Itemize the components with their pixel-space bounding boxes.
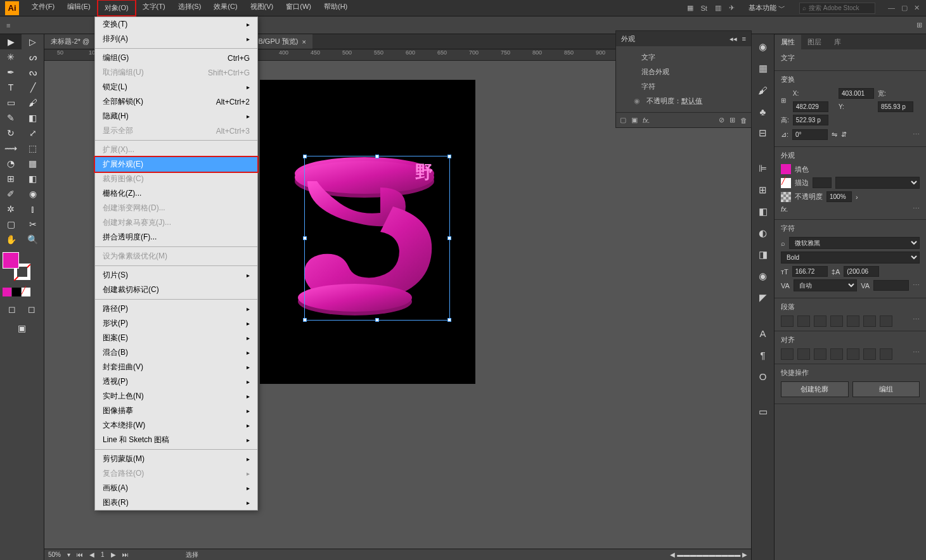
align-right-icon[interactable] <box>814 315 826 327</box>
blend-tool[interactable]: ◉ <box>22 186 44 201</box>
menu-item-变换t[interactable]: 变换(T)▸ <box>95 17 257 32</box>
kerning-select[interactable]: 自动 <box>794 279 857 291</box>
reference-point-icon[interactable]: ⊞ <box>781 97 789 104</box>
create-outlines-button[interactable]: 创建轮廓 <box>781 381 849 397</box>
opacity-input[interactable] <box>826 191 852 202</box>
menu-item-line 和 sketch 图稿[interactable]: Line 和 Sketch 图稿▸ <box>95 433 257 447</box>
font-size-input[interactable] <box>792 266 828 277</box>
column-graph-tool[interactable]: ⫿ <box>22 201 44 217</box>
opentype-icon[interactable]: O <box>757 370 769 383</box>
y-input[interactable] <box>878 101 913 112</box>
height-input[interactable] <box>793 115 828 125</box>
eraser-tool[interactable]: ◧ <box>22 110 44 125</box>
bridge-icon[interactable]: ▦ <box>687 4 693 12</box>
menu-item-图像描摹[interactable]: 图像描摹▸ <box>95 404 257 418</box>
menu-item-扩展外观e[interactable]: 扩展外观(E) <box>94 156 259 173</box>
angle-input[interactable] <box>792 129 828 140</box>
flip-v-icon[interactable]: ⇵ <box>841 130 847 139</box>
x-input[interactable] <box>839 88 874 99</box>
lasso-tool[interactable]: ᔕ <box>22 49 44 65</box>
menu-编辑[interactable]: 编辑(E) <box>61 0 97 16</box>
menu-item-形状p[interactable]: 形状(P)▸ <box>95 316 257 331</box>
gpu-icon[interactable]: ✈ <box>729 4 735 12</box>
stroke-color-swatch[interactable]: ╱ <box>781 178 791 188</box>
align-h-left-icon[interactable] <box>781 348 794 360</box>
magic-wand-tool[interactable]: ✳ <box>0 49 22 65</box>
font-family-select[interactable]: 微软雅黑 <box>789 237 920 249</box>
new-stroke-icon[interactable]: ▣ <box>631 116 638 124</box>
menu-视图[interactable]: 视图(V) <box>244 0 280 16</box>
menu-item-路径p[interactable]: 路径(P)▸ <box>95 302 257 316</box>
color-mode-icon[interactable] <box>3 288 11 296</box>
hand-tool[interactable]: ✋ <box>0 232 22 247</box>
gradient-dock-icon[interactable]: ◐ <box>757 227 769 239</box>
rotate-tool[interactable]: ↻ <box>0 125 22 141</box>
menu-文件[interactable]: 文件(F) <box>25 0 61 16</box>
page-number[interactable]: 1 <box>101 551 105 558</box>
align-h-right-icon[interactable] <box>814 348 826 360</box>
character-icon[interactable]: A <box>757 327 769 340</box>
menu-窗口[interactable]: 窗口(W) <box>280 0 318 16</box>
duplicate-icon[interactable]: ⊞ <box>730 116 735 124</box>
draw-behind-icon[interactable]: ◻ <box>23 302 42 317</box>
menu-item-切片s[interactable]: 切片(S)▸ <box>95 268 257 283</box>
panel-collapse-icon[interactable]: ◂◂ <box>730 35 737 43</box>
workspace-switcher[interactable]: 基本功能 ﹀ <box>742 1 792 15</box>
pen-tool[interactable]: ✒ <box>0 65 22 80</box>
selection-tool[interactable]: ▶ <box>0 34 22 49</box>
artboard-tool[interactable]: ▢ <box>0 217 22 232</box>
align-v-top-icon[interactable] <box>830 348 843 360</box>
tab-layers[interactable]: 图层 <box>801 35 828 49</box>
justify-left-icon[interactable] <box>830 315 843 327</box>
justify-right-icon[interactable] <box>863 315 876 327</box>
appearance-row[interactable]: 字符 <box>616 79 751 94</box>
transparency-icon[interactable]: ◨ <box>757 248 769 261</box>
align-left-icon[interactable] <box>781 315 794 327</box>
fill-swatch[interactable] <box>3 252 19 269</box>
menu-item-栅格化z[interactable]: 栅格化(Z)... <box>95 186 257 201</box>
panel-menu-icon[interactable]: ≡ <box>742 35 746 42</box>
menu-item-拼合透明度f[interactable]: 拼合透明度(F)... <box>95 230 257 245</box>
appearance-dock-icon[interactable]: ◉ <box>757 270 769 283</box>
menu-item-实时上色n[interactable]: 实时上色(N)▸ <box>95 389 257 404</box>
fx-icon[interactable]: fx. <box>643 117 650 124</box>
scale-tool[interactable]: ⤢ <box>22 125 44 141</box>
justify-center-icon[interactable] <box>847 315 859 327</box>
gradient-tool[interactable]: ◧ <box>22 171 44 186</box>
more-icon[interactable]: ⋯ <box>913 315 920 327</box>
close-icon[interactable]: ✕ <box>914 4 920 12</box>
menu-item-剪切蒙版m[interactable]: 剪切蒙版(M)▸ <box>95 452 257 466</box>
menu-item-画板a[interactable]: 画板(A)▸ <box>95 481 257 495</box>
align-center-icon[interactable] <box>797 315 810 327</box>
color-icon[interactable]: ◉ <box>757 41 769 53</box>
selection-bounds[interactable] <box>304 156 450 321</box>
menu-item-图表r[interactable]: 图表(R)▸ <box>95 495 257 510</box>
opacity-swatch[interactable] <box>781 192 791 202</box>
menu-效果[interactable]: 效果(C) <box>207 0 243 16</box>
maximize-icon[interactable]: ▢ <box>901 4 908 12</box>
fx-label[interactable]: fx. <box>781 205 788 213</box>
control-collapse-icon[interactable]: ⊞ <box>916 21 922 29</box>
stroke-weight-input[interactable] <box>813 177 832 188</box>
leading-input[interactable] <box>844 266 879 277</box>
paragraph-icon[interactable]: ¶ <box>757 348 769 361</box>
fill-stroke-swatch[interactable] <box>3 252 30 280</box>
curvature-tool[interactable]: ᔓ <box>22 65 44 80</box>
menu-item-创建裁切标记c[interactable]: 创建裁切标记(C) <box>95 283 257 297</box>
direct-selection-tool[interactable]: ▷ <box>22 34 44 49</box>
delete-icon[interactable]: 🗑 <box>740 117 747 124</box>
none-mode-icon[interactable]: ╱ <box>22 288 30 296</box>
swatches-icon[interactable]: ▦ <box>757 62 769 75</box>
arrange-icon[interactable]: ▥ <box>715 4 721 12</box>
zoom-tool[interactable]: 🔍 <box>22 232 44 247</box>
mesh-tool[interactable]: ⊞ <box>0 171 22 186</box>
rectangle-tool[interactable]: ▭ <box>0 95 22 110</box>
brushes-icon[interactable]: 🖌 <box>757 84 769 96</box>
more-icon[interactable]: ⋯ <box>913 348 920 360</box>
gradient-mode-icon[interactable] <box>12 288 21 296</box>
tracking-input[interactable] <box>873 280 909 291</box>
shape-builder-tool[interactable]: ◔ <box>0 156 22 171</box>
more-icon[interactable]: ⋯ <box>913 130 920 139</box>
width-input[interactable] <box>793 101 828 112</box>
font-weight-select[interactable]: Bold <box>781 251 920 264</box>
